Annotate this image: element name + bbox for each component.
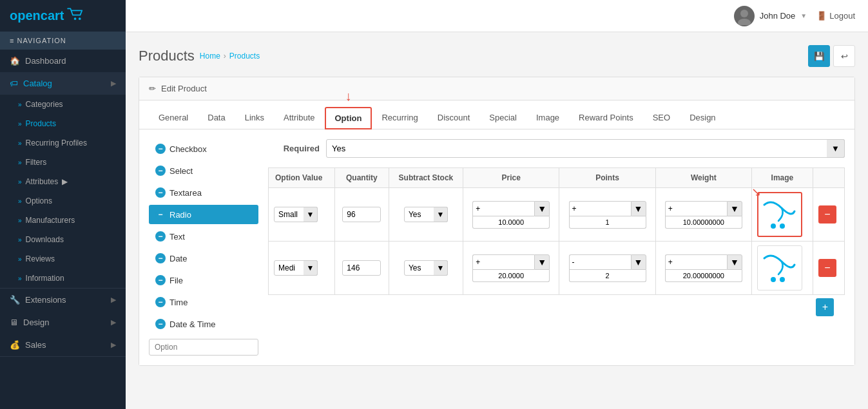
sidebar-item-products[interactable]: » Products [0, 114, 126, 133]
sidebar-item-extensions[interactable]: 🔧 Extensions ▶ [0, 289, 126, 311]
tab-attribute[interactable]: Attribute [274, 107, 324, 129]
th-subtract-stock: Subtract Stock [389, 168, 463, 188]
sidebar-item-categories[interactable]: » Categories [0, 95, 126, 114]
sidebar-item-manufacturers[interactable]: » Manufacturers [0, 211, 126, 230]
td-price-2: ▼ 20.0000 [463, 242, 559, 295]
option-item-time[interactable]: − Time [149, 292, 258, 312]
option-datetime-label: Date & Time [169, 319, 216, 329]
price-value-2: 20.0000 [472, 270, 550, 282]
points-sign-input-1[interactable] [569, 201, 631, 216]
option-value-select-2[interactable]: Medi Small Large [274, 260, 318, 276]
options-list: − Checkbox − Select − Textarea − Radio [149, 139, 258, 356]
option-item-date[interactable]: − Date [149, 249, 258, 268]
weight-stepper-btn-2[interactable]: ▼ [727, 254, 742, 270]
option-value-select-wrap-2: Medi Small Large ▼ [274, 260, 318, 276]
sidebar-logo: opencart [0, 0, 126, 32]
subtract-select-wrap-2: Yes No ▼ [404, 260, 448, 276]
remove-row-button-1[interactable]: − [818, 205, 836, 224]
price-stepper-btn-1[interactable]: ▼ [534, 201, 550, 216]
tab-links[interactable]: Links [235, 107, 274, 129]
sidebar-item-options[interactable]: » Options [0, 191, 126, 211]
option-item-text[interactable]: − Text [149, 227, 258, 246]
option-item-file[interactable]: − File [149, 271, 258, 290]
svg-point-7 [780, 277, 785, 282]
design-arrow: ▶ [111, 318, 116, 327]
tab-recurring[interactable]: Recurring [372, 107, 427, 129]
option-minus-icon: − [155, 187, 166, 198]
points-stepper-btn-1[interactable]: ▼ [631, 201, 646, 216]
weight-sign-input-2[interactable] [665, 254, 727, 270]
avatar [734, 6, 755, 26]
weight-value-1: 10.00000000 [665, 216, 742, 229]
breadcrumb-home[interactable]: Home [200, 52, 220, 61]
subtract-select-1[interactable]: Yes No [404, 207, 448, 222]
sidebar-item-catalog[interactable]: 🏷 Catalog ▶ [0, 72, 126, 95]
user-dropdown-icon[interactable]: ▼ [800, 12, 807, 19]
tab-data[interactable]: Data [198, 107, 235, 129]
required-select[interactable]: Yes No [326, 139, 845, 158]
quantity-input-2[interactable] [342, 260, 381, 276]
dot-icon: » [18, 256, 22, 263]
tab-seo[interactable]: SEO [643, 107, 680, 129]
sidebar-item-information[interactable]: » Information [0, 269, 126, 288]
quantity-input-1[interactable] [342, 207, 381, 222]
breadcrumb-products[interactable]: Products [229, 52, 260, 61]
sales-label: Sales [25, 340, 46, 350]
option-minus-icon: − [155, 275, 166, 285]
dot-icon: » [18, 178, 22, 185]
weight-stepper-btn-1[interactable]: ▼ [727, 201, 742, 216]
logout-button[interactable]: 🚪 Logout [816, 11, 855, 21]
td-image-1: ↘ [752, 188, 813, 242]
tab-reward-points[interactable]: Reward Points [569, 107, 643, 129]
dot-icon: » [18, 198, 22, 205]
option-item-checkbox[interactable]: − Checkbox [149, 139, 258, 158]
th-points: Points [559, 168, 655, 188]
sidebar-item-downloads[interactable]: » Downloads [0, 230, 126, 249]
price-stepper-btn-2[interactable]: ▼ [534, 254, 550, 270]
nav-header: ≡ NAVIGATION [0, 32, 126, 50]
user-name[interactable]: John Doe [760, 11, 796, 21]
price-sign-input-2[interactable] [472, 254, 534, 270]
sidebar-item-attributes[interactable]: » Attributes ▶ [0, 172, 126, 191]
option-item-datetime[interactable]: − Date & Time [149, 314, 258, 334]
subtract-select-2[interactable]: Yes No [404, 260, 448, 276]
option-item-select[interactable]: − Select [149, 161, 258, 180]
price-stepper-1: ▼ 10.0000 [472, 201, 550, 229]
logo-text: opencart [10, 8, 64, 23]
sidebar-item-reviews[interactable]: » Reviews [0, 249, 126, 269]
back-button[interactable]: ↩ [833, 45, 855, 67]
save-button[interactable]: 💾 [808, 45, 830, 67]
tab-special[interactable]: Special [479, 107, 526, 129]
option-time-label: Time [169, 298, 188, 307]
price-sign-input-1[interactable] [472, 201, 534, 216]
points-stepper-1: ▼ 1 [569, 201, 646, 229]
remove-row-button-2[interactable]: − [818, 259, 836, 277]
image-thumb-2[interactable] [757, 245, 802, 290]
sidebar-item-dashboard[interactable]: 🏠 Dashboard [0, 50, 126, 72]
sidebar-item-filters[interactable]: » Filters [0, 153, 126, 172]
catalog-label: Catalog [23, 79, 52, 88]
th-image: Image [752, 168, 813, 188]
points-stepper-btn-2[interactable]: ▼ [631, 254, 646, 270]
option-item-radio[interactable]: − Radio [149, 205, 258, 224]
image-thumb-1[interactable] [757, 192, 802, 237]
sidebar-item-sales[interactable]: 💰 Sales ▶ [0, 334, 126, 356]
weight-stepper-1: ▼ 10.00000000 [665, 201, 742, 229]
tab-image[interactable]: Image [526, 107, 569, 129]
add-row-button[interactable]: + [816, 298, 834, 316]
tab-option[interactable]: ↓ Option [325, 107, 372, 129]
tab-discount[interactable]: Discount [428, 107, 480, 129]
svg-point-1 [79, 17, 81, 20]
dot-icon: » [18, 140, 22, 147]
option-value-select-1[interactable]: Small Medium Large [274, 207, 318, 222]
weight-sign-input-1[interactable] [665, 201, 727, 216]
svg-point-4 [771, 224, 776, 229]
sidebar-item-design[interactable]: 🖥 Design ▶ [0, 311, 126, 334]
sidebar-item-recurring[interactable]: » Recurring Profiles [0, 133, 126, 153]
tab-design[interactable]: Design [680, 107, 725, 129]
points-sign-input-2[interactable] [569, 254, 631, 270]
logo-icon [66, 8, 86, 24]
tab-general[interactable]: General [149, 107, 198, 129]
option-search-input[interactable] [149, 339, 258, 356]
option-item-textarea[interactable]: − Textarea [149, 183, 258, 202]
